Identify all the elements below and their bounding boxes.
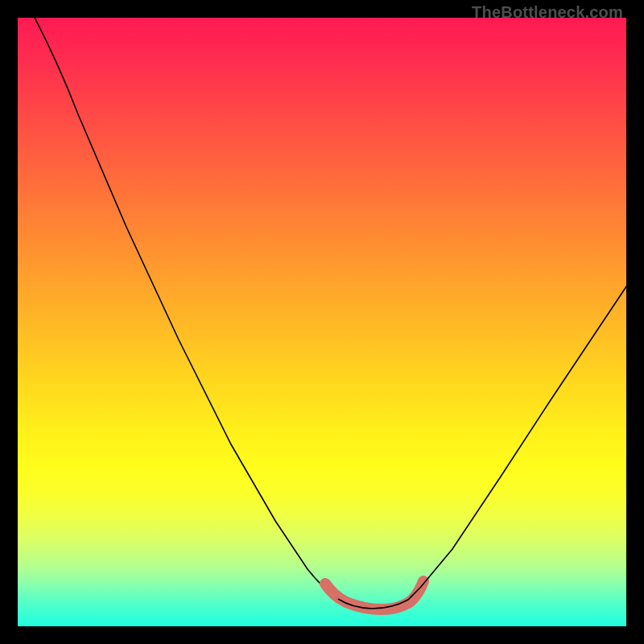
chart-frame: TheBottleneck.com <box>0 0 644 644</box>
trough-highlight <box>325 581 423 609</box>
bottleneck-curve-right <box>420 282 626 588</box>
bottleneck-curve-left <box>31 18 338 599</box>
watermark-text: TheBottleneck.com <box>472 3 623 22</box>
curve-layer <box>18 18 626 626</box>
plot-area <box>18 18 626 626</box>
